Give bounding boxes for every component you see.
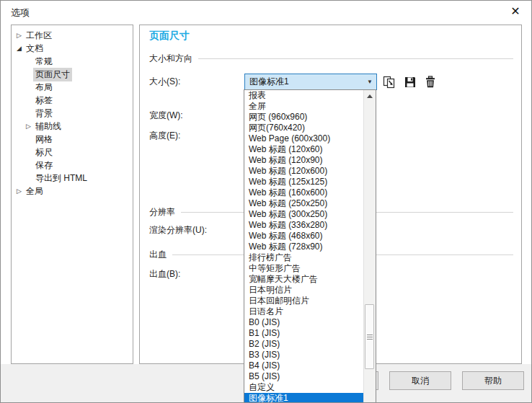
sidebar-item-13[interactable]: ▷全局 (12, 185, 133, 198)
get-page-size-from-printer-button[interactable] (382, 75, 396, 89)
size-combobox-value: 图像标准1 (245, 76, 363, 88)
dropdown-item[interactable]: 图像标准1 (244, 393, 363, 403)
sidebar-item-6[interactable]: 标签 (12, 94, 133, 107)
expander-collapsed-icon[interactable]: ▷ (24, 123, 33, 130)
dropdown-item[interactable]: Web 标题 (125x125) (244, 177, 363, 187)
dropdown-item[interactable]: Web Page (600x300) (244, 133, 363, 144)
dropdown-item[interactable]: B3 (JIS) (244, 350, 363, 360)
sidebar-item-label: 文档 (24, 42, 45, 56)
dropdown-item[interactable]: 全屏 (244, 101, 363, 112)
options-dialog: 选项 ✕ ▷工作区◢文档常规页面尺寸布局标签背景▷辅助线网格标尺保存导出到 HT… (0, 0, 532, 403)
dropdown-item[interactable]: B5 (JIS) (244, 371, 363, 382)
dropdown-item[interactable]: 网页 (960x960) (244, 112, 363, 123)
dropdown-item[interactable]: 日语名片 (244, 306, 363, 317)
sidebar-item-label: 导出到 HTML (33, 172, 89, 185)
trash-icon (424, 76, 437, 89)
dialog-title: 选项 (11, 6, 30, 19)
close-icon[interactable]: ✕ (507, 3, 524, 19)
dropdown-item[interactable]: B2 (JIS) (244, 339, 363, 350)
chevron-down-icon: ▼ (363, 79, 376, 85)
height-label: 高度(E): (149, 130, 180, 142)
sidebar-item-label: 标尺 (33, 146, 55, 159)
dropdown-item[interactable]: 日本明信片 (244, 285, 363, 296)
sidebar-item-5[interactable]: 布局 (12, 81, 133, 94)
dropdown-item[interactable]: Web 标题 (250x250) (244, 198, 363, 209)
dropdown-item[interactable]: 网页(760x420) (244, 123, 363, 133)
dropdown-item[interactable]: Web 标题 (336x280) (244, 220, 363, 231)
dropdown-item[interactable]: 自定义 (244, 382, 363, 393)
sidebar-item-1[interactable]: ▷工作区 (12, 29, 133, 42)
sidebar-item-label: 布局 (33, 81, 55, 94)
group-label: 出血 (149, 249, 167, 261)
group-label: 大小和方向 (149, 53, 192, 65)
dropdown-item[interactable]: 日本回邮明信片 (244, 296, 363, 306)
dropdown-items: 报表全屏网页 (960x960)网页(760x420)Web Page (600… (244, 90, 363, 403)
sidebar-item-2[interactable]: ◢文档 (12, 42, 133, 55)
sidebar-item-8[interactable]: ▷辅助线 (12, 120, 133, 133)
dropdown-item[interactable]: Web 标题 (300x250) (244, 209, 363, 220)
dropdown-item[interactable]: B1 (JIS) (244, 328, 363, 339)
sidebar-item-label: 页面尺寸 (33, 68, 72, 81)
sidebar-item-label: 网格 (33, 133, 55, 146)
width-label: 宽度(W): (149, 110, 183, 122)
dropdown-item[interactable]: Web 标题 (160x600) (244, 187, 363, 198)
sidebar-item-label: 保存 (33, 159, 55, 172)
title-bar: 选项 ✕ (1, 1, 531, 25)
sidebar-item-10[interactable]: 标尺 (12, 146, 133, 159)
help-button[interactable]: 帮助 (462, 371, 524, 390)
sidebar-item-9[interactable]: 网格 (12, 133, 133, 146)
sidebar-item-12[interactable]: 导出到 HTML (12, 172, 133, 185)
expander-collapsed-icon[interactable]: ▷ (14, 187, 24, 195)
size-label: 大小(S): (149, 76, 180, 88)
sidebar-item-4[interactable]: 页面尺寸 (12, 68, 133, 81)
expander-collapsed-icon[interactable]: ▷ (14, 32, 24, 39)
dropdown-item[interactable]: Web 标题 (120x90) (244, 155, 363, 166)
sidebar-item-label: 背景 (33, 107, 55, 120)
floppy-save-icon (404, 76, 417, 89)
scrollbar-thumb[interactable] (365, 304, 374, 369)
delete-page-size-button[interactable] (423, 75, 438, 89)
sidebar-item-11[interactable]: 保存 (12, 159, 133, 172)
dropdown-item[interactable]: B0 (JIS) (244, 317, 363, 328)
dropdown-item[interactable]: 报表 (244, 90, 363, 101)
dropdown-item[interactable]: Web 标题 (120x60) (244, 144, 363, 155)
sidebar-item-label: 常规 (33, 55, 55, 68)
divider (198, 58, 513, 59)
dropdown-item[interactable]: Web 标题 (468x60) (244, 231, 363, 242)
size-dropdown-list: 报表全屏网页 (960x960)网页(760x420)Web Page (600… (244, 89, 376, 403)
dropdown-item[interactable]: 中等矩形广告 (244, 263, 363, 274)
render-resolution-label: 渲染分辨率(U): (149, 224, 207, 236)
sidebar-item-3[interactable]: 常规 (12, 55, 133, 68)
dropdown-scrollbar[interactable] (363, 90, 376, 403)
scroll-up-icon[interactable] (365, 91, 375, 101)
group-label: 分辨率 (149, 206, 175, 218)
page-title: 页面尺寸 (149, 30, 190, 43)
sidebar-item-label: 工作区 (24, 29, 54, 43)
sidebar-item-label: 辅助线 (33, 120, 63, 133)
cancel-button[interactable]: 取消 (389, 371, 451, 390)
dropdown-item[interactable]: Web 标题 (120x600) (244, 166, 363, 177)
dropdown-item[interactable]: B4 (JIS) (244, 360, 363, 371)
expander-expanded-icon[interactable]: ◢ (14, 45, 24, 52)
dropdown-item[interactable]: 排行榜广告 (244, 252, 363, 263)
sidebar-item-label: 全局 (24, 185, 45, 198)
grip-icon (367, 337, 373, 337)
category-tree: ▷工作区◢文档常规页面尺寸布局标签背景▷辅助线网格标尺保存导出到 HTML▷全局 (11, 25, 133, 364)
page-arrow-icon (383, 76, 396, 89)
sidebar-item-7[interactable]: 背景 (12, 107, 133, 120)
group-size-orientation: 大小和方向 (149, 53, 513, 64)
dropdown-item[interactable]: 宽幅摩天大楼广告 (244, 274, 363, 285)
bleed-label: 出血(B): (149, 268, 180, 280)
save-page-size-button[interactable] (403, 75, 417, 89)
size-combobox[interactable]: 图像标准1 ▼ (244, 74, 377, 90)
dropdown-item[interactable]: Web 标题 (728x90) (244, 242, 363, 252)
sidebar-item-label: 标签 (33, 94, 55, 107)
